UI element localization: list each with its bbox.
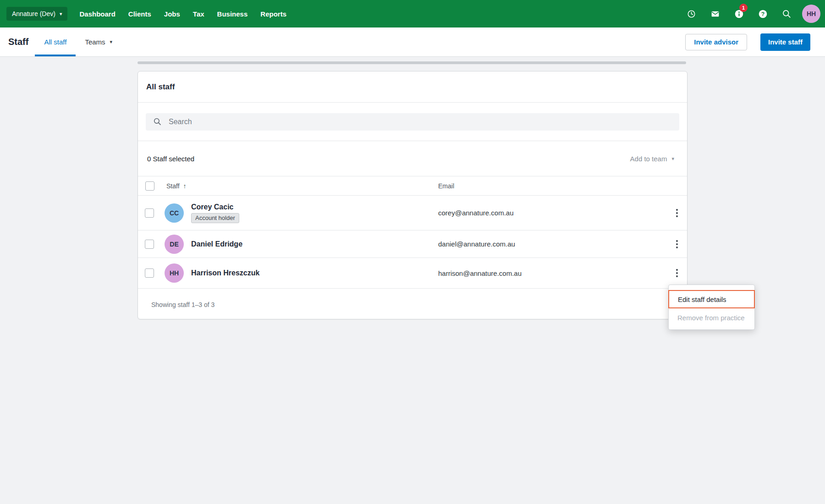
card-title: All staff xyxy=(146,82,175,92)
page-title: Staff xyxy=(0,37,28,47)
nav-item-business[interactable]: Business xyxy=(217,10,248,18)
nav-item-tax[interactable]: Tax xyxy=(193,10,204,18)
chevron-down-icon: ▾ xyxy=(60,11,62,16)
top-navbar: Annature (Dev) ▾ DashboardClientsJobsTax… xyxy=(0,0,825,27)
selection-count: 0 Staff selected xyxy=(147,155,194,163)
clock-icon[interactable] xyxy=(679,0,703,27)
row-context-menu: Edit staff detailsRemove from practice xyxy=(668,285,755,330)
staff-name: Daniel Edridge xyxy=(191,240,242,248)
invite-staff-button[interactable]: Invite staff xyxy=(760,33,810,51)
column-header-staff: Staff xyxy=(166,182,180,190)
avatar: CC xyxy=(165,203,184,223)
help-icon[interactable]: ? xyxy=(751,0,775,27)
tab-teams-label: Teams xyxy=(85,38,105,46)
nav-icons: 1 ? HH xyxy=(679,0,820,27)
pagination-summary: Showing staff 1–3 of 3 xyxy=(151,301,214,308)
svg-text:?: ? xyxy=(761,11,764,17)
nav-item-clients[interactable]: Clients xyxy=(128,10,151,18)
table-header: Staff ↑ Email xyxy=(138,176,687,196)
table-row: DE Daniel Edridge daniel@annature.com.au xyxy=(138,230,687,258)
nav-item-dashboard[interactable]: Dashboard xyxy=(79,10,115,18)
info-icon[interactable]: 1 xyxy=(727,0,751,27)
nav-item-reports[interactable]: Reports xyxy=(260,10,286,18)
row-checkbox[interactable] xyxy=(145,268,154,278)
tab-all-staff[interactable]: All staff xyxy=(35,27,76,56)
mail-icon[interactable] xyxy=(703,0,727,27)
staff-name: Harrison Hreszczuk xyxy=(191,269,259,277)
table-row: HH Harrison Hreszczuk harrison@annature.… xyxy=(138,258,687,288)
context-menu-item: Remove from practice xyxy=(669,309,754,326)
row-actions-kebab-icon[interactable] xyxy=(671,207,682,219)
search-icon xyxy=(153,117,162,126)
staff-email: harrison@annature.com.au xyxy=(438,269,522,277)
add-to-team-label: Add to team xyxy=(630,155,667,163)
row-checkbox[interactable] xyxy=(145,208,154,218)
add-to-team-dropdown[interactable]: Add to team ▾ xyxy=(630,155,674,163)
row-checkbox[interactable] xyxy=(145,240,154,249)
account-holder-badge: Account holder xyxy=(191,213,239,223)
tab-teams[interactable]: Teams ▾ xyxy=(76,27,121,56)
staff-email: corey@annature.com.au xyxy=(438,209,513,217)
avatar: DE xyxy=(165,235,184,254)
nav-menu: DashboardClientsJobsTaxBusinessReports xyxy=(79,10,286,18)
column-header-email: Email xyxy=(438,182,454,190)
search-field[interactable] xyxy=(146,113,679,131)
table-row: CC Corey Cacic Account holder corey@anna… xyxy=(138,196,687,230)
collapsed-panel-strip xyxy=(138,61,686,64)
tab-bar: All staff Teams ▾ xyxy=(35,27,121,56)
sort-ascending-icon[interactable]: ↑ xyxy=(183,182,187,190)
invite-advisor-button[interactable]: Invite advisor xyxy=(685,34,747,50)
context-menu-item[interactable]: Edit staff details xyxy=(668,290,755,308)
page-header: Staff All staff Teams ▾ Invite advisor I… xyxy=(0,27,825,57)
org-selector-label: Annature (Dev) xyxy=(12,10,55,17)
tab-all-staff-label: All staff xyxy=(44,38,66,46)
nav-item-jobs[interactable]: Jobs xyxy=(164,10,180,18)
row-actions-kebab-icon[interactable] xyxy=(671,238,682,251)
search-input[interactable] xyxy=(169,118,679,126)
avatar: HH xyxy=(165,263,184,283)
chevron-down-icon: ▾ xyxy=(110,39,113,45)
row-actions-kebab-icon[interactable] xyxy=(671,267,682,279)
staff-email: daniel@annature.com.au xyxy=(438,240,515,248)
select-all-checkbox[interactable] xyxy=(145,181,154,191)
search-icon[interactable] xyxy=(775,0,798,27)
all-staff-card: All staff 0 Staff selected Add to team ▾… xyxy=(138,71,688,319)
org-selector[interactable]: Annature (Dev) ▾ xyxy=(6,7,67,21)
notification-badge: 1 xyxy=(739,4,748,12)
chevron-down-icon: ▾ xyxy=(671,156,674,162)
user-avatar[interactable]: HH xyxy=(802,5,820,23)
staff-name: Corey Cacic xyxy=(191,203,239,211)
